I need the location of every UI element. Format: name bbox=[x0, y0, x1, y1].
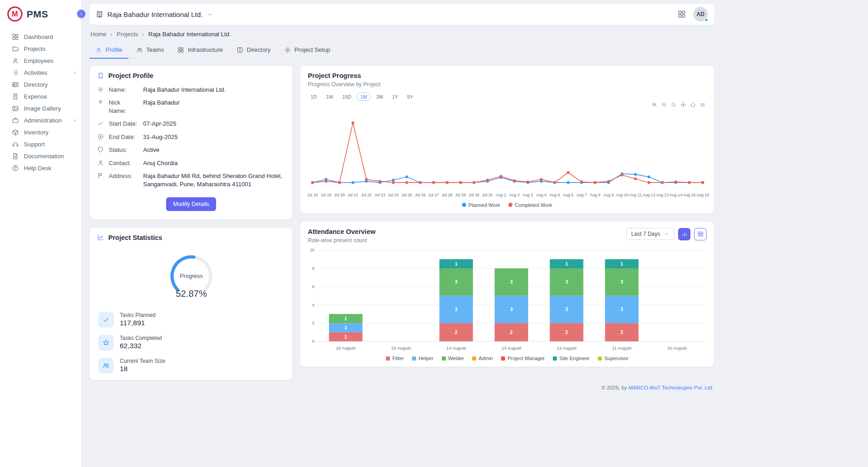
sidebar-item-employees[interactable]: Employees bbox=[0, 55, 81, 67]
svg-text:3: 3 bbox=[620, 279, 623, 284]
tab-label: Profile bbox=[106, 46, 122, 53]
svg-text:Jul 26: Jul 26 bbox=[415, 193, 425, 197]
field-start-date: Start Date:07-Apr-2025 bbox=[90, 117, 292, 131]
svg-text:Jul 25: Jul 25 bbox=[401, 193, 412, 197]
zoom-select-icon[interactable] bbox=[671, 102, 677, 108]
box-icon bbox=[12, 129, 19, 136]
sidebar-item-directory[interactable]: Directory bbox=[0, 78, 81, 90]
field-label: Address: bbox=[109, 172, 138, 180]
gauge-label: Progress bbox=[179, 273, 202, 279]
bar-chart-legend: FitterHelperWelderAdminProject ManagerSi… bbox=[300, 353, 714, 367]
svg-text:3: 3 bbox=[565, 307, 568, 312]
range-1y[interactable]: 1Y bbox=[389, 92, 402, 101]
svg-text:10: 10 bbox=[310, 248, 314, 252]
footer-link[interactable]: MARCO AIoT Technologies Pvt. Ltd. bbox=[629, 385, 713, 390]
avatar[interactable]: AD bbox=[693, 7, 708, 22]
sidebar-item-administration[interactable]: Administration› bbox=[0, 114, 81, 126]
footer-text: © 2025, by bbox=[601, 385, 629, 390]
logo-text: PMS bbox=[27, 9, 48, 20]
breadcrumb-home[interactable]: Home bbox=[90, 31, 106, 38]
project-profile-card: Project Profile Name:Raja Bahadur Intern… bbox=[89, 65, 293, 220]
app-root: M PMS ‹ Dashboard Projects Employees Act… bbox=[0, 0, 868, 467]
legend-item-planned-work[interactable]: Planned Work bbox=[462, 202, 500, 208]
tab-profile[interactable]: Profile bbox=[89, 42, 128, 59]
range-1w[interactable]: 1W bbox=[322, 92, 337, 101]
sidebar-menu: Dashboard Projects Employees Activities›… bbox=[0, 27, 81, 178]
svg-text:16 August: 16 August bbox=[336, 345, 356, 350]
sidebar-item-image-gallery[interactable]: Image Gallery bbox=[0, 102, 81, 114]
legend-item-project-manager[interactable]: Project Manager bbox=[501, 356, 545, 361]
folder-icon bbox=[12, 45, 19, 52]
check-icon bbox=[98, 312, 114, 328]
legend-swatch bbox=[508, 203, 512, 207]
sidebar-item-expense[interactable]: Expense bbox=[0, 90, 81, 102]
range-3m[interactable]: 3M bbox=[373, 92, 387, 101]
legend-item-admin[interactable]: Admin bbox=[472, 356, 493, 361]
svg-text:Aug 15: Aug 15 bbox=[683, 193, 696, 197]
table-view-toggle[interactable] bbox=[694, 228, 707, 240]
pan-icon[interactable] bbox=[680, 102, 686, 108]
tab-project-setup[interactable]: Project Setup bbox=[278, 42, 336, 59]
field-name: Name:Raja Bahadur International Ltd. bbox=[90, 83, 292, 96]
progress-line-chart[interactable]: Jul 18Jul 19Jul 20Jul 21Jul 22Jul 23Jul … bbox=[300, 107, 714, 200]
sidebar-item-support[interactable]: Support bbox=[0, 138, 81, 150]
company-selector[interactable]: Raja Bahadur International Ltd. bbox=[96, 11, 213, 18]
sidebar-item-activities[interactable]: Activities› bbox=[0, 67, 81, 78]
line-chart-legend: Planned WorkCompleted Work bbox=[300, 200, 714, 213]
sidebar-item-dashboard[interactable]: Dashboard bbox=[0, 31, 81, 43]
tab-teams[interactable]: Teams bbox=[130, 42, 170, 59]
range-5y[interactable]: 5Y bbox=[403, 92, 417, 101]
reset-home-icon[interactable] bbox=[690, 102, 696, 108]
zoom-out-icon[interactable] bbox=[661, 102, 667, 108]
attendance-header: Attendance Overview Role-wise present co… bbox=[300, 222, 714, 245]
chevron-down-icon bbox=[664, 231, 669, 237]
svg-text:1: 1 bbox=[345, 316, 347, 321]
tab-directory[interactable]: Directory bbox=[231, 42, 277, 59]
sidebar-collapse-button[interactable]: ‹ bbox=[77, 10, 85, 18]
legend-item-helper[interactable]: Helper bbox=[412, 356, 433, 361]
chart-menu-icon[interactable] bbox=[700, 102, 706, 108]
modify-details-button[interactable]: Modify Details bbox=[166, 197, 216, 211]
sidebar-item-projects[interactable]: Projects bbox=[0, 43, 81, 55]
breadcrumb-projects[interactable]: Projects bbox=[117, 31, 138, 38]
field-label: Name: bbox=[109, 86, 138, 94]
date-range-select[interactable]: Last 7 Days bbox=[626, 228, 674, 240]
bar-view-toggle[interactable] bbox=[678, 228, 690, 240]
tab-label: Teams bbox=[146, 46, 164, 53]
apps-grid-icon[interactable] bbox=[678, 10, 686, 18]
svg-text:Jul 29: Jul 29 bbox=[455, 193, 466, 197]
attendance-bar-chart[interactable]: 024681011116 August15 August233114 Augus… bbox=[300, 245, 714, 353]
legend-swatch bbox=[553, 356, 557, 361]
card-subtitle: Progress Overview by Project bbox=[308, 81, 380, 88]
sidebar-item-help-desk[interactable]: Help Desk bbox=[0, 162, 81, 174]
app-logo[interactable]: M PMS bbox=[0, 0, 81, 27]
legend-swatch bbox=[598, 356, 602, 361]
range-1d[interactable]: 1D bbox=[307, 92, 320, 101]
legend-item-completed-work[interactable]: Completed Work bbox=[508, 202, 552, 208]
breadcrumb: Home › Projects › Raja Bahadur Internati… bbox=[89, 25, 714, 42]
legend-item-welder[interactable]: Welder bbox=[442, 356, 464, 361]
legend-item-site-engineer[interactable]: Site Engineer bbox=[553, 356, 590, 361]
zoom-in-icon[interactable] bbox=[651, 102, 657, 108]
svg-text:Jul 21: Jul 21 bbox=[348, 193, 358, 197]
date-range-value: Last 7 Days bbox=[631, 231, 660, 237]
legend-label: Supervisor bbox=[604, 356, 629, 361]
sidebar-item-label: Dashboard bbox=[24, 33, 53, 40]
field-label: Nick Name: bbox=[109, 99, 138, 115]
svg-text:Jul 20: Jul 20 bbox=[334, 193, 345, 197]
svg-text:Jul 22: Jul 22 bbox=[361, 193, 372, 197]
stats-list: Tasks Planned117,891 Tasks Completed62,3… bbox=[90, 308, 292, 377]
sidebar-item-label: Support bbox=[24, 141, 45, 148]
sidebar-item-documentation[interactable]: Documentation bbox=[0, 150, 81, 162]
stat-tasks-completed: Tasks Completed62,332 bbox=[90, 331, 292, 354]
stat-value: 18 bbox=[120, 365, 165, 373]
tab-infrastructure[interactable]: Infrastructure bbox=[172, 42, 229, 59]
briefcase-icon bbox=[12, 117, 19, 124]
svg-text:3: 3 bbox=[455, 307, 457, 312]
legend-item-supervisor[interactable]: Supervisor bbox=[598, 356, 629, 361]
range-1m[interactable]: 1M bbox=[356, 92, 371, 101]
sidebar-item-inventory[interactable]: Inventory bbox=[0, 126, 81, 138]
sidebar-item-label: Directory bbox=[24, 81, 48, 88]
legend-item-fitter[interactable]: Fitter bbox=[386, 356, 404, 361]
range-15d[interactable]: 15D bbox=[339, 92, 355, 101]
